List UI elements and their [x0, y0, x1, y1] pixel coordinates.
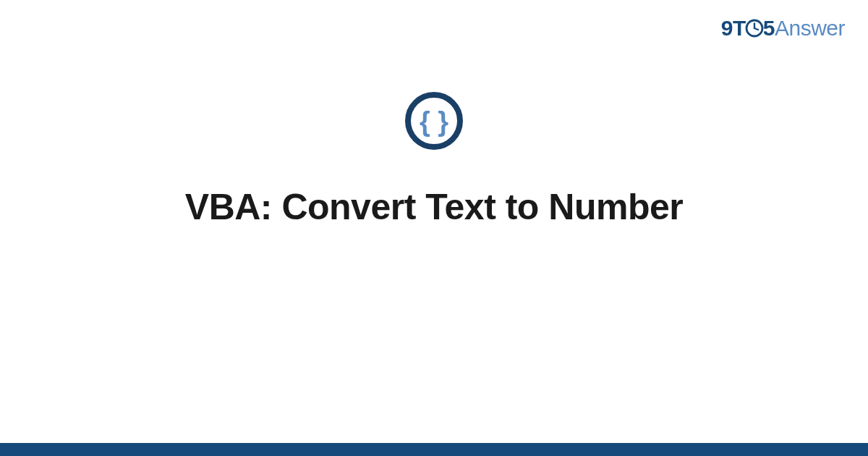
clock-icon [745, 19, 764, 38]
svg-line-2 [754, 28, 758, 30]
brand-text-part3: Answer [775, 16, 845, 41]
footer-bar [0, 443, 868, 456]
brand-logo: 9T 5 Answer [721, 16, 845, 41]
svg-text:{ }: { } [420, 106, 448, 137]
brand-text-part1: 9T [721, 16, 746, 41]
brand-text-part2: 5 [763, 16, 775, 41]
main-content: { } VBA: Convert Text to Number [0, 90, 868, 228]
page-title: VBA: Convert Text to Number [185, 186, 683, 228]
code-braces-icon: { } [404, 90, 464, 151]
